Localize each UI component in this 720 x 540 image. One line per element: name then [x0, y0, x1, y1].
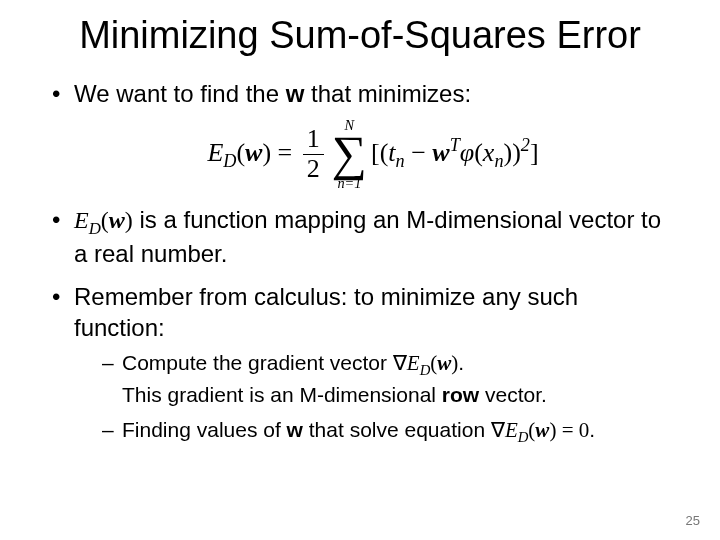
text: We want to find the	[74, 80, 286, 107]
lbracket: [(	[371, 137, 388, 166]
text: vector.	[479, 383, 547, 406]
nabla-icon: ∇	[393, 351, 407, 375]
var-x: x	[483, 137, 495, 166]
bold-w: w	[286, 80, 305, 107]
denominator: 2	[303, 155, 324, 184]
lparen: (	[236, 137, 245, 166]
bullet-2: ED(w) is a function mapping an M-dimensi…	[48, 205, 672, 270]
text: .	[589, 418, 595, 441]
sub-D: D	[223, 150, 236, 170]
vec-w4: w	[437, 351, 451, 375]
page-number: 25	[686, 513, 700, 528]
inline-grad-eq0: ∇ED(w) = 0	[491, 418, 589, 442]
sub-bullet-list: Compute the gradient vector ∇ED(w). This…	[74, 349, 672, 447]
vec-w2: w	[432, 137, 449, 166]
lparen2: (	[474, 137, 483, 166]
equals: =	[271, 137, 299, 166]
text: Compute the gradient vector	[122, 351, 393, 374]
sub-bullet-1: Compute the gradient vector ∇ED(w). This…	[100, 349, 672, 408]
rparen: )	[262, 137, 271, 166]
rparen4: )	[125, 207, 133, 233]
text: is a function mapping an M-dimensional v…	[74, 206, 661, 267]
rparen3: )	[512, 137, 521, 166]
text: Remember from calculus: to minimize any …	[74, 283, 578, 341]
rparen2: )	[504, 137, 513, 166]
lparen3: (	[101, 207, 109, 233]
var-t: t	[388, 137, 395, 166]
text: Finding values of	[122, 418, 287, 441]
sub-n2: n	[494, 150, 503, 170]
text: This gradient is an M-dimensional	[122, 383, 442, 406]
equation-main: ED(w) = 12N∑n=1[(tn − wTφ(xn))2]	[74, 118, 672, 191]
sub-D2: D	[89, 219, 101, 238]
sub-D3: D	[420, 362, 431, 378]
inline-ED-w: ED(w)	[74, 207, 133, 233]
var-E3: E	[407, 351, 420, 375]
bold-w2: w	[287, 418, 303, 441]
text: that solve equation	[303, 418, 491, 441]
var-E4: E	[505, 418, 518, 442]
slide: Minimizing Sum-of-Squares Error We want …	[0, 0, 720, 540]
var-E2: E	[74, 207, 89, 233]
vec-w3: w	[109, 207, 125, 233]
text: .	[458, 351, 464, 374]
bold-row: row	[442, 383, 479, 406]
sub-D4: D	[518, 429, 529, 445]
sup-T: T	[450, 135, 460, 155]
bullet-3: Remember from calculus: to minimize any …	[48, 282, 672, 447]
vec-w: w	[245, 137, 262, 166]
inline-grad: ∇ED(w)	[393, 351, 458, 375]
slide-title: Minimizing Sum-of-Squares Error	[0, 0, 720, 57]
summation: N∑n=1	[332, 118, 367, 191]
fraction-half: 12	[303, 125, 324, 183]
vec-w5: w	[535, 418, 549, 442]
rbracket: ]	[530, 137, 539, 166]
sub-n: n	[396, 150, 405, 170]
sup-2: 2	[521, 135, 530, 155]
bullet-1: We want to find the w that minimizes: ED…	[48, 79, 672, 191]
var-E: E	[207, 137, 223, 166]
text: that minimizes:	[304, 80, 471, 107]
minus: −	[405, 137, 433, 166]
eq-zero: = 0	[556, 418, 589, 442]
slide-body: We want to find the w that minimizes: ED…	[0, 57, 720, 447]
phi: φ	[460, 137, 474, 166]
sigma-icon: ∑	[332, 132, 367, 176]
numerator: 1	[303, 125, 324, 155]
nabla-icon2: ∇	[491, 418, 505, 442]
bullet-list: We want to find the w that minimizes: ED…	[48, 79, 672, 447]
sub-bullet-2: Finding values of w that solve equation …	[100, 416, 672, 447]
